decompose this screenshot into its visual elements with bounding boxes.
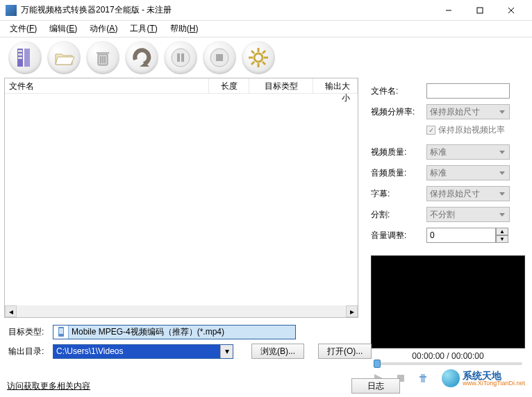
svg-rect-15 bbox=[177, 53, 180, 62]
svg-rect-6 bbox=[18, 50, 22, 52]
phone-icon bbox=[53, 326, 69, 339]
maximize-button[interactable] bbox=[464, 1, 495, 20]
file-list[interactable]: 文件名 长度 目标类型 输出大小 ◂ ▸ bbox=[4, 78, 358, 318]
svg-line-26 bbox=[263, 51, 265, 53]
video-preview bbox=[371, 255, 525, 348]
close-button[interactable] bbox=[495, 1, 526, 20]
filename-label: 文件名: bbox=[371, 85, 426, 97]
keep-ratio-checkbox[interactable]: ✓ bbox=[426, 126, 435, 135]
svg-rect-32 bbox=[59, 328, 63, 334]
vquality-label: 视频质量: bbox=[371, 146, 426, 158]
time-display: 00:00:00 / 00:00:00 bbox=[371, 351, 525, 361]
col-output-size[interactable]: 输出大小 bbox=[313, 78, 358, 93]
volume-label: 音量调整: bbox=[371, 230, 426, 242]
menu-file[interactable]: 文件(F) bbox=[4, 20, 42, 37]
svg-line-25 bbox=[263, 62, 265, 65]
keep-ratio-label: 保持原始视频比率 bbox=[438, 124, 505, 136]
svg-rect-1 bbox=[477, 8, 483, 13]
seek-slider[interactable] bbox=[374, 362, 522, 365]
seek-thumb[interactable] bbox=[374, 360, 381, 368]
settings-button[interactable] bbox=[242, 41, 275, 74]
app-icon bbox=[6, 5, 17, 16]
delete-button[interactable] bbox=[86, 41, 119, 74]
svg-rect-7 bbox=[18, 53, 22, 56]
target-type-value: Mobile MPEG-4视频编码（推荐）(*.mp4) bbox=[69, 326, 295, 339]
split-select[interactable]: 不分割 bbox=[426, 207, 510, 222]
filename-input[interactable] bbox=[426, 83, 510, 99]
scroll-track[interactable] bbox=[17, 305, 346, 317]
open-folder-button[interactable] bbox=[47, 41, 81, 74]
more-info-link[interactable]: 访问获取更多相关内容 bbox=[7, 380, 90, 392]
menu-help[interactable]: 帮助(H) bbox=[165, 20, 204, 37]
svg-rect-8 bbox=[18, 57, 22, 59]
col-filename[interactable]: 文件名 bbox=[5, 78, 209, 93]
col-length[interactable]: 长度 bbox=[209, 78, 249, 93]
window-title: 万能视频格式转换器2017全能版 - 未注册 bbox=[21, 4, 433, 16]
subtitle-select[interactable]: 保持原始尺寸 bbox=[426, 186, 510, 201]
svg-rect-5 bbox=[24, 49, 30, 67]
stop-button[interactable] bbox=[203, 41, 236, 74]
resolution-select[interactable]: 保持原始尺寸 bbox=[426, 104, 510, 119]
col-target-type[interactable]: 目标类型 bbox=[249, 78, 313, 93]
svg-rect-10 bbox=[97, 52, 109, 54]
properties-panel: 文件名: 视频分辨率: 保持原始尺寸 ✓ 保持原始视频比率 视频质量: 标准 音… bbox=[358, 78, 532, 318]
list-header: 文件名 长度 目标类型 输出大小 bbox=[5, 78, 358, 94]
aquality-select[interactable]: 标准 bbox=[426, 165, 510, 180]
output-dir-combo[interactable]: C:\Users\1\Videos ▾ bbox=[53, 344, 233, 359]
volume-input[interactable] bbox=[426, 228, 496, 243]
scroll-left-icon[interactable]: ◂ bbox=[5, 305, 17, 317]
minimize-button[interactable] bbox=[433, 1, 464, 20]
svg-line-24 bbox=[251, 51, 254, 53]
browse-button[interactable]: 浏览(B)... bbox=[251, 344, 304, 359]
aquality-label: 音频质量: bbox=[371, 167, 426, 179]
resolution-label: 视频分辨率: bbox=[371, 106, 426, 118]
volume-up-button[interactable]: ▲ bbox=[496, 228, 508, 235]
menu-action[interactable]: 动作(A) bbox=[84, 20, 123, 37]
split-label: 分割: bbox=[371, 209, 426, 221]
log-button[interactable]: 日志 bbox=[351, 378, 400, 394]
output-dir-label: 输出目录: bbox=[8, 346, 49, 357]
svg-point-19 bbox=[254, 53, 263, 62]
pause-button[interactable] bbox=[164, 41, 197, 74]
open-button[interactable]: 打开(O)... bbox=[318, 344, 372, 359]
volume-down-button[interactable]: ▼ bbox=[496, 235, 508, 243]
subtitle-label: 字幕: bbox=[371, 188, 426, 200]
target-type-selector[interactable]: Mobile MPEG-4视频编码（推荐）(*.mp4) bbox=[53, 325, 296, 339]
menu-edit[interactable]: 编辑(E) bbox=[44, 20, 83, 37]
dropdown-icon[interactable]: ▾ bbox=[220, 345, 233, 358]
svg-point-14 bbox=[172, 49, 190, 67]
menu-tool[interactable]: 工具(T) bbox=[124, 20, 163, 37]
convert-button[interactable] bbox=[125, 41, 158, 74]
svg-rect-16 bbox=[181, 53, 184, 62]
vquality-select[interactable]: 标准 bbox=[426, 144, 510, 160]
add-file-button[interactable] bbox=[8, 41, 42, 74]
svg-rect-18 bbox=[216, 54, 223, 61]
scroll-right-icon[interactable]: ▸ bbox=[346, 305, 358, 317]
target-type-label: 目标类型: bbox=[8, 326, 49, 338]
output-dir-value: C:\Users\1\Videos bbox=[53, 345, 220, 358]
horizontal-scrollbar[interactable]: ◂ ▸ bbox=[5, 305, 358, 317]
svg-line-27 bbox=[251, 62, 254, 65]
